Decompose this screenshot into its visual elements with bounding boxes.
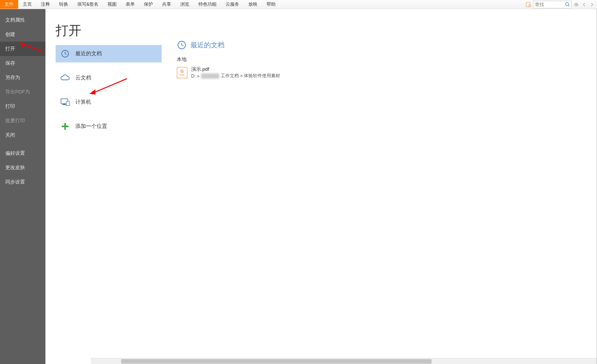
sidebar-item-batchprint: 批量打印: [0, 114, 45, 128]
plus-icon: [60, 121, 70, 131]
recent-header: 最近的文档: [177, 40, 597, 50]
svg-rect-10: [63, 104, 65, 104]
menu-features[interactable]: 特色功能: [194, 0, 221, 9]
sidebar-item-saveas[interactable]: 另存为: [0, 70, 45, 85]
search-pdf-icon[interactable]: [525, 1, 532, 8]
menu-convert[interactable]: 转换: [55, 0, 73, 9]
svg-rect-12: [66, 101, 70, 106]
scrollbar-thumb[interactable]: [121, 359, 432, 364]
svg-point-1: [528, 5, 531, 7]
sidebar-item-prefs[interactable]: 偏好设置: [0, 146, 45, 160]
search-box[interactable]: [533, 1, 572, 8]
svg-rect-11: [62, 104, 67, 105]
recent-panel: 最近的文档 本地 G PDF 演示.pdf D: » XXXX 工作文档 » 体…: [177, 40, 597, 364]
cloud-icon: [60, 73, 70, 83]
location-add[interactable]: 添加一个位置: [56, 118, 162, 135]
sidebar-item-print[interactable]: 打印: [0, 99, 45, 114]
menu-help[interactable]: 帮助: [262, 0, 280, 9]
menu-protect[interactable]: 保护: [139, 0, 157, 9]
clock-icon: [60, 49, 70, 59]
doc-name: 演示.pdf: [191, 66, 280, 73]
search-icon[interactable]: [564, 1, 571, 8]
search-input[interactable]: [533, 2, 564, 7]
sidebar-item-open[interactable]: 打开: [0, 42, 45, 56]
menu-file[interactable]: 文件: [0, 0, 18, 9]
menu-play[interactable]: 放映: [244, 0, 262, 9]
nav-next-icon[interactable]: [589, 1, 595, 8]
location-cloud[interactable]: 云文档: [56, 69, 162, 87]
recent-doc-item[interactable]: G PDF 演示.pdf D: » XXXX 工作文档 » 体验软件使用素材: [177, 66, 597, 79]
clock-icon: [177, 40, 187, 50]
locations-list: 最近的文档 云文档 计算机 添加一个位置: [56, 45, 162, 364]
page-title: 打开: [56, 22, 81, 39]
file-sidebar: 文档属性 创建 打开 保存 另存为 导出PDF为 打印 批量打印 关闭 偏好设置…: [0, 9, 45, 364]
sidebar-item-docprops[interactable]: 文档属性: [0, 13, 45, 27]
menu-share[interactable]: 共享: [157, 0, 176, 9]
menubar: 文件 主页 注释 转换 填写&签名 视图 表单 保护 共享 浏览 特色功能 云服…: [0, 0, 597, 9]
menu-form[interactable]: 表单: [121, 0, 139, 9]
location-computer[interactable]: 计算机: [56, 93, 162, 111]
gear-icon[interactable]: [573, 1, 580, 8]
location-label: 计算机: [75, 99, 91, 106]
sidebar-item-save[interactable]: 保存: [0, 56, 45, 70]
doc-path: D: » XXXX 工作文档 » 体验软件使用素材: [191, 73, 280, 79]
content-area: 打开 最近的文档 云文档: [45, 9, 597, 364]
menu-cloud[interactable]: 云服务: [221, 0, 244, 9]
menu-browse[interactable]: 浏览: [176, 0, 194, 9]
nav-prev-icon[interactable]: [581, 1, 588, 8]
location-label: 添加一个位置: [75, 123, 107, 130]
svg-line-3: [568, 5, 569, 6]
svg-point-5: [576, 4, 577, 5]
location-recent[interactable]: 最近的文档: [56, 45, 162, 62]
sidebar-item-close[interactable]: 关闭: [0, 128, 45, 142]
svg-rect-14: [62, 126, 69, 127]
menu-home[interactable]: 主页: [18, 0, 36, 9]
menu-view[interactable]: 视图: [103, 0, 121, 9]
computer-icon: [60, 97, 70, 107]
location-label: 云文档: [75, 75, 91, 81]
horizontal-scrollbar[interactable]: [91, 358, 597, 364]
menu-fillsign[interactable]: 填写&签名: [73, 0, 103, 9]
sidebar-item-skin[interactable]: 更改皮肤: [0, 160, 45, 175]
menu-comment[interactable]: 注释: [36, 0, 55, 9]
svg-point-2: [566, 3, 569, 6]
sidebar-item-export: 导出PDF为: [0, 85, 45, 99]
sidebar-item-create[interactable]: 创建: [0, 27, 45, 42]
sidebar-item-sync[interactable]: 同步设置: [0, 175, 45, 189]
location-label: 最近的文档: [75, 50, 102, 57]
pdf-file-icon: G PDF: [177, 67, 187, 78]
recent-section-local: 本地: [177, 56, 597, 63]
recent-header-label: 最近的文档: [190, 40, 224, 50]
